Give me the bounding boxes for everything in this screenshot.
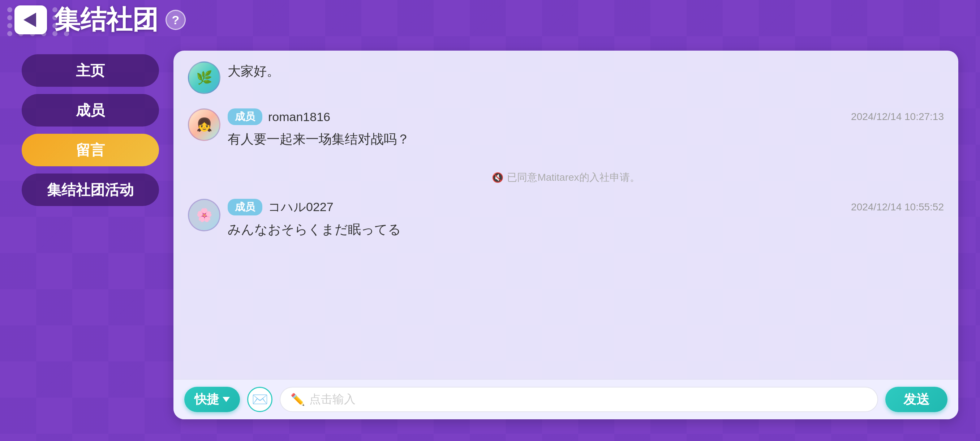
sidebar: 主页 成员 留言 集结社团活动 — [22, 51, 159, 419]
timestamp: 2024/12/14 10:55:52 — [851, 201, 944, 213]
quick-button[interactable]: 快捷 — [184, 387, 240, 412]
message-item: 🌸 成员 コハル0227 2024/12/14 10:55:52 みんなおそらく… — [188, 199, 944, 239]
member-badge: 成员 — [228, 199, 262, 215]
quick-arrow-icon — [223, 397, 230, 402]
message-text: 有人要一起来一场集结对战吗？ — [228, 129, 944, 149]
back-button[interactable] — [14, 5, 47, 34]
message-item: 👧 成员 roman1816 2024/12/14 10:27:13 有人要一起… — [188, 108, 944, 149]
system-text: 已同意Matitarex的入社申请。 — [507, 170, 640, 184]
message-content: 成员 roman1816 2024/12/14 10:27:13 有人要一起来一… — [228, 108, 944, 149]
sidebar-item-home[interactable]: 主页 — [22, 54, 159, 87]
system-message: 🔇 已同意Matitarex的入社申请。 — [188, 163, 944, 192]
timestamp: 2024/12/14 10:27:13 — [851, 111, 944, 123]
message-item: 🌿 大家好。 — [188, 62, 944, 94]
send-label: 发送 — [904, 392, 929, 407]
input-area: 快捷 ✉️ ✏️ 点击输入 发送 — [173, 379, 958, 419]
back-arrow-icon — [24, 13, 36, 27]
avatar: 🌸 — [188, 199, 220, 231]
text-input-placeholder: 点击输入 — [309, 392, 356, 408]
sidebar-item-activities[interactable]: 集结社团活动 — [22, 174, 159, 206]
chat-panel: 🌿 大家好。 👧 成员 roman1816 202 — [173, 51, 958, 419]
message-left: 成员 roman1816 — [228, 108, 330, 125]
username: roman1816 — [268, 110, 330, 124]
member-badge: 成员 — [228, 108, 262, 125]
title-area: 集结社团 ? — [54, 3, 186, 37]
text-input-wrapper[interactable]: ✏️ 点击输入 — [280, 387, 878, 412]
avatar: 👧 — [188, 108, 220, 141]
messages-area[interactable]: 🌿 大家好。 👧 成员 roman1816 202 — [173, 51, 958, 379]
message-text: 大家好。 — [228, 62, 944, 81]
avatar: 🌿 — [188, 62, 220, 94]
emoji-button[interactable]: ✉️ — [247, 387, 272, 412]
message-header: 成员 コハル0227 2024/12/14 10:55:52 — [228, 199, 944, 215]
speaker-icon: 🔇 — [492, 172, 503, 183]
sidebar-item-members[interactable]: 成员 — [22, 94, 159, 126]
username: コハル0227 — [268, 199, 334, 215]
header: 集结社团 ? — [0, 0, 980, 40]
send-button[interactable]: 发送 — [885, 387, 948, 412]
message-text: みんなおそらくまだ眠ってる — [228, 220, 944, 239]
main-content: 主页 成员 留言 集结社团活动 🌿 大家好。 — [0, 43, 980, 441]
sidebar-item-messages[interactable]: 留言 — [22, 134, 159, 166]
help-icon: ? — [172, 13, 180, 27]
message-left: 成员 コハル0227 — [228, 199, 334, 215]
quick-label: 快捷 — [194, 391, 219, 408]
message-header: 成员 roman1816 2024/12/14 10:27:13 — [228, 108, 944, 125]
help-button[interactable]: ? — [165, 10, 186, 30]
emoji-icon: ✉️ — [252, 392, 268, 407]
message-content: 大家好。 — [228, 62, 944, 81]
pencil-icon: ✏️ — [291, 393, 305, 406]
page-title: 集结社团 — [54, 3, 158, 37]
message-content: 成员 コハル0227 2024/12/14 10:55:52 みんなおそらくまだ… — [228, 199, 944, 239]
